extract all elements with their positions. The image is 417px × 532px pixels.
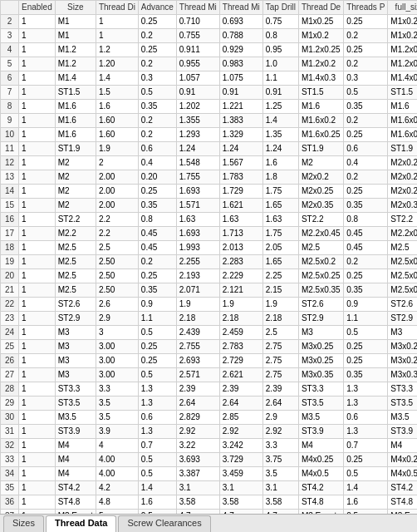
table-cell[interactable]: 1 xyxy=(19,397,56,411)
table-cell[interactable]: 0.25 xyxy=(344,15,388,29)
table-cell[interactable]: 1.0 xyxy=(262,57,298,71)
table-cell[interactable]: 0.955 xyxy=(176,57,219,71)
table-cell[interactable]: M1x0.2 xyxy=(388,29,417,43)
table-cell[interactable]: 0.20 xyxy=(138,170,176,185)
table-cell[interactable]: M3.5 xyxy=(298,411,343,425)
table-cell[interactable]: 0.7 xyxy=(344,439,388,453)
table-cell[interactable]: M1.6 xyxy=(55,128,96,142)
table-cell[interactable]: 0.25 xyxy=(344,185,388,199)
table-cell[interactable]: 0.9 xyxy=(138,298,176,312)
table-cell[interactable]: 1.567 xyxy=(219,156,262,170)
table-cell[interactable]: 3.459 xyxy=(219,467,262,481)
table-cell[interactable]: 1.729 xyxy=(219,185,262,199)
table-cell[interactable]: M2.2x0.45 xyxy=(298,227,343,241)
table-cell[interactable]: 1 xyxy=(19,241,56,255)
table-cell[interactable]: M1.2x0.25 xyxy=(298,43,343,57)
table-cell[interactable]: 2.439 xyxy=(176,326,219,340)
table-cell[interactable]: 0.2 xyxy=(138,114,176,128)
table-row[interactable]: 291ST3.53.51.32.642.642.64ST3.51.3ST3.5 xyxy=(1,397,418,411)
table-cell[interactable]: 4 xyxy=(96,439,138,453)
table-cell[interactable]: ST3.5 xyxy=(388,397,417,411)
table-cell[interactable]: M2.5 xyxy=(55,255,96,269)
table-cell[interactable]: M2x0.2 xyxy=(388,170,417,185)
table-cell[interactable]: ST4.2 xyxy=(55,481,96,495)
table-cell[interactable]: 1.9 xyxy=(219,298,262,312)
table-cell[interactable]: 0.929 xyxy=(219,43,262,57)
table-cell[interactable]: 0.45 xyxy=(138,241,176,255)
table-cell[interactable]: M4 xyxy=(55,439,96,453)
table-row[interactable]: 261M33.000.252.6932.7292.75M3x0.250.25M3… xyxy=(1,354,418,368)
table-cell[interactable]: 1 xyxy=(19,298,56,312)
table-row[interactable]: 41M1.21.20.250.9110.9290.95M1.2x0.250.25… xyxy=(1,43,418,57)
table-cell[interactable]: 3.3 xyxy=(262,439,298,453)
table-cell[interactable]: 2.05 xyxy=(262,241,298,255)
table-cell[interactable]: 0.35 xyxy=(344,100,388,114)
table-cell[interactable]: 1.383 xyxy=(219,114,262,128)
table-row[interactable]: 81M1.61.60.351.2021.2211.25M1.60.35M1.6 xyxy=(1,100,418,114)
table-cell[interactable]: 1 xyxy=(19,114,56,128)
table-cell[interactable]: M4x0.5 xyxy=(298,467,343,481)
table-row[interactable]: 351ST4.24.21.43.13.13.1ST4.21.4ST4.2 xyxy=(1,481,418,495)
table-cell[interactable]: 3.58 xyxy=(262,495,298,510)
table-cell[interactable]: 1.3 xyxy=(138,397,176,411)
table-cell[interactable]: M1.6x0.2 xyxy=(388,128,417,142)
table-cell[interactable]: ST2.6 xyxy=(388,298,417,312)
table-cell[interactable]: 1 xyxy=(19,467,56,481)
table-cell[interactable]: 2.459 xyxy=(219,326,262,340)
table-cell[interactable]: 1 xyxy=(19,29,56,43)
table-cell[interactable]: 2.00 xyxy=(96,170,138,185)
table-cell[interactable]: 2.92 xyxy=(176,425,219,439)
table-cell[interactable]: M3x0.35 xyxy=(298,368,343,382)
table-cell[interactable]: ST4.8 xyxy=(298,495,343,510)
table-cell[interactable]: 1.075 xyxy=(219,71,262,86)
table-cell[interactable]: 0.2 xyxy=(344,255,388,269)
table-cell[interactable]: M1x0.2 xyxy=(388,15,417,29)
table-cell[interactable]: 3.58 xyxy=(219,495,262,510)
table-cell[interactable]: 1 xyxy=(19,439,56,453)
table-cell[interactable]: 1 xyxy=(19,283,56,298)
table-cell[interactable]: 3.58 xyxy=(176,495,219,510)
table-cell[interactable]: 2.829 xyxy=(176,411,219,425)
table-cell[interactable]: ST1.5 xyxy=(298,86,343,100)
col-header-b[interactable]: Size xyxy=(55,1,96,15)
table-cell[interactable]: 1.1 xyxy=(138,312,176,326)
table-cell[interactable]: 0.35 xyxy=(138,100,176,114)
table-row[interactable]: 361ST4.84.81.63.583.583.58ST4.81.6ST4.8 xyxy=(1,495,418,510)
table-cell[interactable]: 0.2 xyxy=(344,114,388,128)
table-cell[interactable]: 0.693 xyxy=(219,15,262,29)
table-cell[interactable]: 0.25 xyxy=(138,185,176,199)
table-cell[interactable]: 2.00 xyxy=(96,199,138,213)
table-cell[interactable]: M4x0.25 xyxy=(298,453,343,467)
table-cell[interactable]: 4.8 xyxy=(96,495,138,510)
table-cell[interactable]: 0.6 xyxy=(344,142,388,156)
table-row[interactable]: 101M1.61.600.21.2931.3291.35M1.6x0.250.2… xyxy=(1,128,418,142)
table-cell[interactable]: 2.9 xyxy=(96,312,138,326)
table-cell[interactable]: 0.2 xyxy=(344,57,388,71)
table-cell[interactable]: M1.2 xyxy=(55,57,96,71)
table-cell[interactable]: ST2.9 xyxy=(298,312,343,326)
table-cell[interactable]: 0.35 xyxy=(344,368,388,382)
table-cell[interactable]: M3 xyxy=(388,326,417,340)
table-cell[interactable]: M2x0.35 xyxy=(388,199,417,213)
table-cell[interactable]: 2.25 xyxy=(262,269,298,283)
table-cell[interactable]: 3.22 xyxy=(176,439,219,453)
table-cell[interactable]: M3x0.25 xyxy=(388,354,417,368)
table-cell[interactable]: M2.5x0.2 xyxy=(388,255,417,269)
table-cell[interactable]: 0.75 xyxy=(262,15,298,29)
table-cell[interactable]: 1.9 xyxy=(96,142,138,156)
table-cell[interactable]: 1.63 xyxy=(219,213,262,227)
table-cell[interactable]: 1.3 xyxy=(344,382,388,397)
table-cell[interactable]: 0.2 xyxy=(138,255,176,269)
col-header-d[interactable]: Advance xyxy=(138,1,176,15)
table-cell[interactable]: 2.92 xyxy=(262,425,298,439)
table-cell[interactable]: 2.255 xyxy=(176,255,219,269)
table-cell[interactable]: 1.1 xyxy=(344,312,388,326)
col-header-j[interactable]: full_size xyxy=(388,1,417,15)
table-row[interactable]: 141M22.000.251.6931.7291.75M2x0.250.25M2… xyxy=(1,185,418,199)
table-cell[interactable]: 2.6 xyxy=(96,298,138,312)
table-cell[interactable]: M3 xyxy=(55,326,96,340)
table-cell[interactable]: ST3.9 xyxy=(55,425,96,439)
table-cell[interactable]: M2.5x0.35 xyxy=(388,283,417,298)
table-row[interactable]: 61M1.41.40.31.0571.0751.1M1.4x0.30.3M1.4… xyxy=(1,71,418,86)
table-cell[interactable]: 1.5 xyxy=(96,86,138,100)
